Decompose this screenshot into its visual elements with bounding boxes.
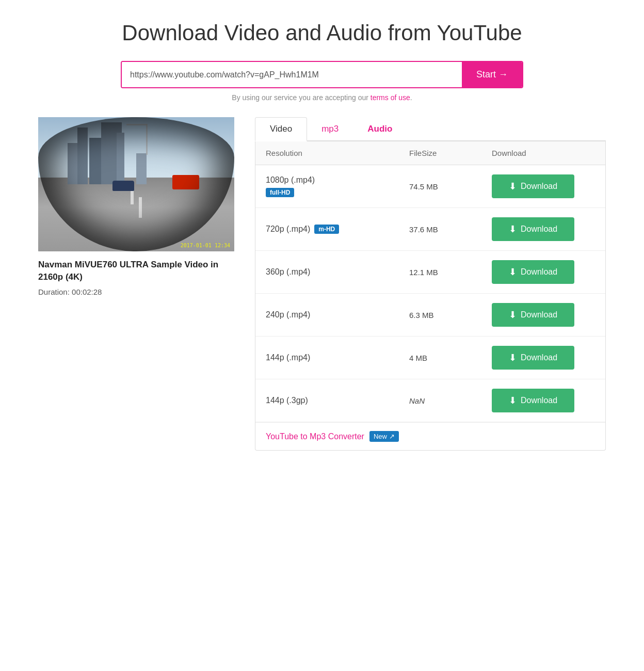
tab-audio[interactable]: Audio — [353, 117, 407, 140]
filesize-1080p: 74.5 MB — [409, 182, 492, 191]
video-title: Navman MiVUE760 ULTRA Sample Video in 21… — [38, 259, 234, 283]
search-bar: Start → — [121, 61, 523, 88]
download-button-360p[interactable]: ⬇ Download — [492, 260, 574, 284]
mp3-converter-link[interactable]: YouTube to Mp3 Converter — [266, 432, 364, 441]
download-icon: ⬇ — [509, 223, 517, 235]
bottom-bar: YouTube to Mp3 Converter New ↗ — [255, 422, 605, 450]
download-button-240p[interactable]: ⬇ Download — [492, 303, 574, 327]
filesize-240p: 6.3 MB — [409, 311, 492, 319]
filesize-360p: 12.1 MB — [409, 268, 492, 277]
resolution-240p: 240p (.mp4) — [266, 310, 409, 319]
filesize-144p-mp4: 4 MB — [409, 354, 492, 362]
resolution-cell-360p: 360p (.mp4) — [266, 267, 409, 277]
video-duration: Duration: 00:02:28 — [38, 287, 234, 296]
video-thumbnail: 2017-01-01 12:34 — [38, 117, 234, 251]
resolution-360p: 360p (.mp4) — [266, 267, 409, 277]
tab-video[interactable]: Video — [255, 117, 307, 141]
download-icon: ⬇ — [509, 309, 517, 321]
start-button[interactable]: Start → — [462, 62, 522, 87]
filesize-720p: 37.6 MB — [409, 225, 492, 234]
tabs: Video mp3 Audio — [255, 117, 606, 141]
download-icon: ⬇ — [509, 266, 517, 278]
table-row: 144p (.3gp) NaN ⬇ Download — [255, 379, 605, 422]
tab-mp3[interactable]: mp3 — [307, 117, 353, 140]
table-row: 1080p (.mp4) full-HD 74.5 MB ⬇ Download — [255, 165, 605, 208]
badge-fullhd: full-HD — [266, 188, 294, 197]
filesize-144p-3gp: NaN — [409, 396, 492, 405]
badge-mhd: m-HD — [314, 225, 339, 234]
resolution-1080p: 1080p (.mp4) — [266, 175, 409, 185]
new-badge: New ↗ — [369, 431, 399, 442]
video-panel: 2017-01-01 12:34 Navman MiVUE760 ULTRA S… — [38, 117, 234, 296]
download-button-144p-mp4[interactable]: ⬇ Download — [492, 346, 574, 370]
page-title: Download Video and Audio from YouTube — [10, 21, 634, 45]
main-content: 2017-01-01 12:34 Navman MiVUE760 ULTRA S… — [38, 117, 606, 451]
resolution-144p-3gp: 144p (.3gp) — [266, 396, 409, 405]
resolution-cell-144p-3gp: 144p (.3gp) — [266, 396, 409, 405]
resolution-144p-mp4: 144p (.mp4) — [266, 353, 409, 362]
resolution-cell-1080p: 1080p (.mp4) full-HD — [266, 175, 409, 197]
download-icon: ⬇ — [509, 352, 517, 363]
col-resolution: Resolution — [266, 149, 409, 157]
download-icon: ⬇ — [509, 395, 517, 406]
col-filesize: FileSize — [409, 149, 492, 157]
col-download: Download — [492, 149, 595, 157]
terms-link[interactable]: terms of use — [371, 93, 410, 102]
download-table: Resolution FileSize Download 1080p (.mp4… — [255, 141, 606, 451]
resolution-cell-144p-mp4: 144p (.mp4) — [266, 353, 409, 362]
download-panel: Video mp3 Audio Resolution FileSize Down… — [255, 117, 606, 451]
resolution-cell-720p: 720p (.mp4) m-HD — [266, 225, 409, 234]
table-header: Resolution FileSize Download — [255, 141, 605, 165]
download-button-1080p[interactable]: ⬇ Download — [492, 174, 574, 198]
resolution-720p: 720p (.mp4) — [266, 225, 310, 234]
table-row: 360p (.mp4) 12.1 MB ⬇ Download — [255, 251, 605, 294]
table-row: 720p (.mp4) m-HD 37.6 MB ⬇ Download — [255, 208, 605, 251]
download-button-144p-3gp[interactable]: ⬇ Download — [492, 389, 574, 412]
terms-text: By using our service you are accepting o… — [10, 93, 634, 102]
resolution-cell-240p: 240p (.mp4) — [266, 310, 409, 319]
table-row: 240p (.mp4) 6.3 MB ⬇ Download — [255, 294, 605, 337]
url-input[interactable] — [122, 62, 462, 87]
table-row: 144p (.mp4) 4 MB ⬇ Download — [255, 337, 605, 379]
download-icon: ⬇ — [509, 181, 517, 192]
download-button-720p[interactable]: ⬇ Download — [492, 217, 574, 241]
